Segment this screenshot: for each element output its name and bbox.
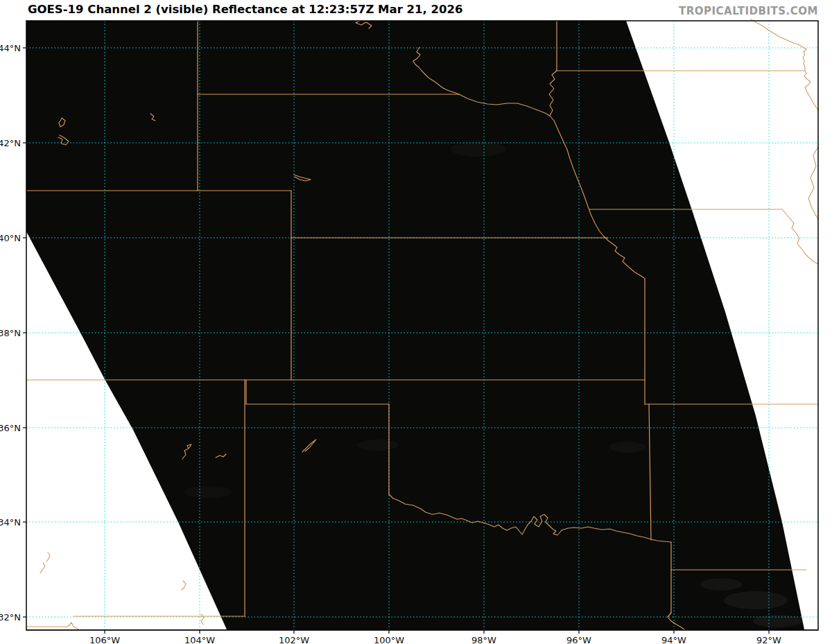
- faint-cloud: [724, 591, 788, 609]
- faint-cloud: [700, 578, 742, 591]
- lat-tick-label: 40°N: [0, 233, 21, 243]
- lat-tick-label: 38°N: [0, 328, 21, 338]
- lon-tick-label: 92°W: [756, 635, 781, 644]
- goes-satellite-map: 44°N42°N40°N38°N36°N34°N32°N106°W104°W10…: [0, 0, 832, 644]
- lon-tick-label: 104°W: [184, 635, 215, 644]
- lon-tick-label: 98°W: [471, 635, 496, 644]
- lon-tick-label: 96°W: [566, 635, 591, 644]
- lon-tick-label: 94°W: [661, 635, 686, 644]
- lon-tick-label: 102°W: [279, 635, 309, 644]
- faint-cloud: [357, 440, 399, 451]
- faint-cloud: [451, 141, 506, 157]
- faint-cloud: [184, 486, 232, 498]
- lon-tick-label: 106°W: [89, 635, 120, 644]
- lat-tick-label: 34°N: [0, 517, 21, 528]
- lat-tick-label: 36°N: [0, 423, 21, 433]
- lat-tick-label: 42°N: [0, 138, 21, 148]
- satellite-map-figure: GOES-19 Channel 2 (visible) Reflectance …: [0, 0, 832, 644]
- lon-tick-label: 100°W: [374, 635, 404, 644]
- lat-tick-label: 32°N: [0, 612, 21, 623]
- faint-cloud: [609, 442, 645, 453]
- lat-tick-label: 44°N: [0, 43, 21, 53]
